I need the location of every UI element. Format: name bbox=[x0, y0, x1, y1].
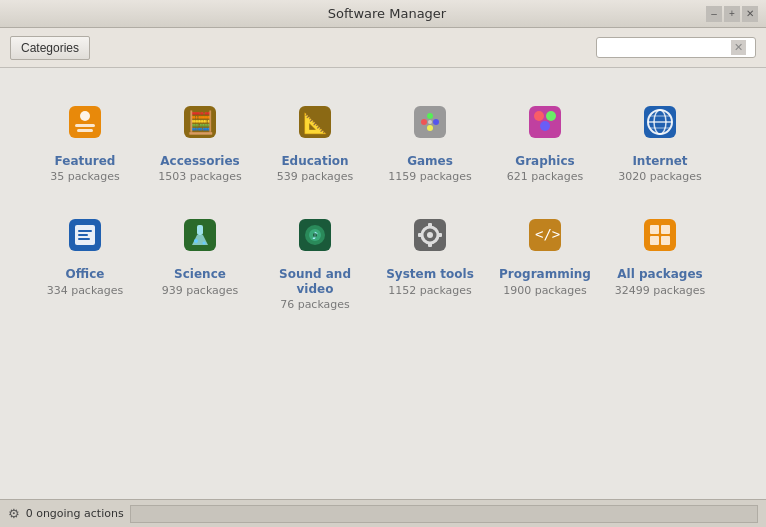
svg-point-11 bbox=[433, 119, 439, 125]
svg-rect-26 bbox=[78, 230, 92, 232]
search-clear-button[interactable]: ✕ bbox=[731, 40, 746, 55]
categories-button[interactable]: Categories bbox=[10, 36, 90, 60]
systemtools-name: System tools bbox=[386, 267, 474, 281]
office-count: 334 packages bbox=[47, 284, 124, 297]
svg-point-31 bbox=[194, 239, 198, 243]
svg-rect-43 bbox=[418, 233, 423, 237]
window-title: Software Manager bbox=[68, 6, 706, 21]
svg-point-40 bbox=[427, 232, 433, 238]
graphics-count: 621 packages bbox=[507, 170, 584, 183]
systemtools-icon bbox=[404, 209, 456, 261]
programming-count: 1900 packages bbox=[503, 284, 587, 297]
games-name: Games bbox=[407, 154, 453, 168]
programming-icon: </> bbox=[519, 209, 571, 261]
soundvideo-count: 76 packages bbox=[280, 298, 350, 311]
svg-point-13 bbox=[428, 120, 432, 124]
allpackages-icon bbox=[634, 209, 686, 261]
svg-rect-48 bbox=[650, 225, 659, 234]
svg-rect-0 bbox=[69, 106, 101, 138]
svg-rect-28 bbox=[78, 238, 90, 240]
graphics-icon bbox=[519, 96, 571, 148]
featured-icon bbox=[59, 96, 111, 148]
search-input[interactable] bbox=[601, 41, 731, 55]
education-count: 539 packages bbox=[277, 170, 354, 183]
svg-text:🧮: 🧮 bbox=[187, 109, 215, 136]
svg-point-1 bbox=[80, 111, 90, 121]
svg-rect-49 bbox=[661, 225, 670, 234]
svg-point-9 bbox=[421, 119, 427, 125]
category-item-graphics[interactable]: Graphics621 packages bbox=[490, 88, 600, 191]
internet-name: Internet bbox=[632, 154, 687, 168]
svg-rect-3 bbox=[77, 129, 93, 132]
title-bar: Software Manager – + ✕ bbox=[0, 0, 766, 28]
svg-text:♪: ♪ bbox=[312, 230, 318, 241]
svg-point-15 bbox=[534, 111, 544, 121]
office-icon bbox=[59, 209, 111, 261]
maximize-button[interactable]: + bbox=[724, 6, 740, 22]
accessories-name: Accessories bbox=[160, 154, 240, 168]
minimize-button[interactable]: – bbox=[706, 6, 722, 22]
main-content: Featured35 packages 🧮Accessories1503 pac… bbox=[0, 68, 766, 499]
svg-rect-44 bbox=[437, 233, 442, 237]
allpackages-count: 32499 packages bbox=[615, 284, 706, 297]
search-box: ✕ bbox=[596, 37, 756, 58]
svg-point-10 bbox=[427, 113, 433, 119]
svg-text:📐: 📐 bbox=[303, 111, 328, 135]
games-icon bbox=[404, 96, 456, 148]
category-item-systemtools[interactable]: System tools1152 packages bbox=[375, 201, 485, 319]
science-name: Science bbox=[174, 267, 226, 281]
categories-grid: Featured35 packages 🧮Accessories1503 pac… bbox=[30, 88, 736, 319]
svg-text:</>: </> bbox=[535, 226, 560, 242]
category-item-internet[interactable]: Internet3020 packages bbox=[605, 88, 715, 191]
featured-count: 35 packages bbox=[50, 170, 120, 183]
close-button[interactable]: ✕ bbox=[742, 6, 758, 22]
internet-count: 3020 packages bbox=[618, 170, 702, 183]
category-item-allpackages[interactable]: All packages32499 packages bbox=[605, 201, 715, 319]
gear-icon: ⚙ bbox=[8, 506, 20, 521]
games-count: 1159 packages bbox=[388, 170, 472, 183]
svg-point-12 bbox=[427, 125, 433, 131]
svg-point-32 bbox=[203, 242, 206, 245]
soundvideo-name: Sound and video bbox=[264, 267, 366, 296]
status-bar-progress bbox=[130, 505, 758, 523]
soundvideo-icon: ♪ bbox=[289, 209, 341, 261]
education-icon: 📐 bbox=[289, 96, 341, 148]
category-item-programming[interactable]: </>Programming1900 packages bbox=[490, 201, 600, 319]
category-item-games[interactable]: Games1159 packages bbox=[375, 88, 485, 191]
svg-rect-27 bbox=[78, 234, 88, 236]
education-name: Education bbox=[281, 154, 348, 168]
svg-point-16 bbox=[546, 111, 556, 121]
category-item-featured[interactable]: Featured35 packages bbox=[30, 88, 140, 191]
allpackages-name: All packages bbox=[617, 267, 702, 281]
category-item-office[interactable]: Office334 packages bbox=[30, 201, 140, 319]
category-item-science[interactable]: Science939 packages bbox=[145, 201, 255, 319]
featured-name: Featured bbox=[55, 154, 116, 168]
svg-rect-41 bbox=[428, 223, 432, 228]
graphics-name: Graphics bbox=[515, 154, 574, 168]
window-controls: – + ✕ bbox=[706, 6, 758, 22]
science-count: 939 packages bbox=[162, 284, 239, 297]
svg-rect-51 bbox=[661, 236, 670, 245]
svg-point-17 bbox=[540, 121, 550, 131]
svg-rect-42 bbox=[428, 242, 432, 247]
status-bar: ⚙ 0 ongoing actions bbox=[0, 499, 766, 527]
accessories-icon: 🧮 bbox=[174, 96, 226, 148]
systemtools-count: 1152 packages bbox=[388, 284, 472, 297]
science-icon bbox=[174, 209, 226, 261]
svg-rect-30 bbox=[197, 225, 203, 235]
svg-rect-2 bbox=[75, 124, 95, 127]
status-text: 0 ongoing actions bbox=[26, 507, 124, 520]
category-item-accessories[interactable]: 🧮Accessories1503 packages bbox=[145, 88, 255, 191]
svg-rect-47 bbox=[644, 219, 676, 251]
programming-name: Programming bbox=[499, 267, 591, 281]
accessories-count: 1503 packages bbox=[158, 170, 242, 183]
category-item-education[interactable]: 📐Education539 packages bbox=[260, 88, 370, 191]
internet-icon bbox=[634, 96, 686, 148]
toolbar: Categories ✕ bbox=[0, 28, 766, 68]
svg-rect-50 bbox=[650, 236, 659, 245]
category-item-soundvideo[interactable]: ♪Sound and video76 packages bbox=[260, 201, 370, 319]
office-name: Office bbox=[66, 267, 105, 281]
